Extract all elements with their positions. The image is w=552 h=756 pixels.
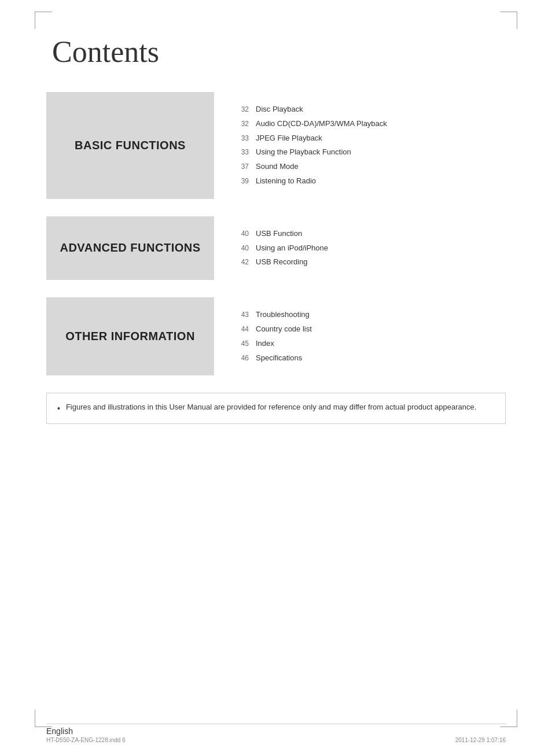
item-text: Index bbox=[256, 338, 274, 350]
list-item: 40 USB Function bbox=[231, 228, 506, 240]
page-num: 37 bbox=[231, 161, 249, 172]
footer-language: English bbox=[46, 727, 126, 736]
border-corner-top-right-vert bbox=[517, 12, 517, 29]
border-corner-top-left-vert bbox=[35, 12, 35, 29]
section-items-other: 43 Troubleshooting 44 Country code list … bbox=[214, 297, 506, 375]
item-text: Troubleshooting bbox=[256, 309, 310, 321]
section-items-basic: 32 Disc Playback 32 Audio CD(CD-DA)/MP3/… bbox=[214, 92, 506, 199]
note-bullet: • bbox=[57, 402, 60, 415]
list-item: 33 Using the Playback Function bbox=[231, 146, 506, 158]
item-text: Audio CD(CD-DA)/MP3/WMA Playback bbox=[256, 118, 387, 130]
section-label-box-other: OTHER INFORMATION bbox=[46, 297, 214, 375]
page-num: 44 bbox=[231, 324, 249, 335]
item-text: Disc Playback bbox=[256, 104, 303, 116]
list-item: 40 Using an iPod/iPhone bbox=[231, 242, 506, 255]
list-item: 33 JPEG File Playback bbox=[231, 132, 506, 145]
border-corner-top-right bbox=[500, 12, 517, 12]
footer-left: English HT-D550-ZA-ENG-1228.indd 6 bbox=[46, 727, 126, 743]
page-num: 45 bbox=[231, 338, 249, 349]
item-text: USB Recording bbox=[256, 256, 308, 268]
border-corner-top-left bbox=[35, 12, 52, 12]
note-text: Figures and illustrations in this User M… bbox=[66, 401, 495, 414]
page-num: 46 bbox=[231, 353, 249, 364]
list-item: 39 Listening to Radio bbox=[231, 175, 506, 187]
list-item: 44 Country code list bbox=[231, 323, 506, 335]
list-item: 45 Index bbox=[231, 338, 506, 350]
toc-section-other-information: OTHER INFORMATION 43 Troubleshooting 44 … bbox=[46, 297, 506, 375]
border-corner-bottom-left-vert bbox=[35, 710, 35, 727]
section-items-advanced: 40 USB Function 40 Using an iPod/iPhone … bbox=[214, 216, 506, 280]
section-label-other: OTHER INFORMATION bbox=[65, 330, 195, 343]
list-item: 43 Troubleshooting bbox=[231, 309, 506, 321]
item-text: Sound Mode bbox=[256, 161, 299, 173]
page-title: Contents bbox=[52, 35, 506, 69]
border-corner-bottom-right-vert bbox=[517, 710, 517, 727]
footer-line bbox=[46, 724, 506, 724]
page-num: 42 bbox=[231, 257, 249, 268]
list-item: 37 Sound Mode bbox=[231, 161, 506, 173]
section-label-basic: BASIC FUNCTIONS bbox=[75, 139, 186, 152]
footer-datetime: 2011-12-29 1:07:16 bbox=[455, 737, 506, 743]
item-text: Using an iPod/iPhone bbox=[256, 242, 328, 255]
item-text: JPEG File Playback bbox=[256, 132, 322, 145]
item-text: USB Function bbox=[256, 228, 302, 240]
section-label-box-basic: BASIC FUNCTIONS bbox=[46, 92, 214, 199]
footer: English HT-D550-ZA-ENG-1228.indd 6 2011-… bbox=[46, 727, 506, 743]
page-num: 32 bbox=[231, 119, 249, 130]
section-label-advanced: ADVANCED FUNCTIONS bbox=[60, 241, 200, 255]
note-box: • Figures and illustrations in this User… bbox=[46, 393, 506, 423]
list-item: 32 Audio CD(CD-DA)/MP3/WMA Playback bbox=[231, 118, 506, 130]
list-item: 32 Disc Playback bbox=[231, 104, 506, 116]
item-text: Listening to Radio bbox=[256, 175, 316, 187]
page: Contents BASIC FUNCTIONS 32 Disc Playbac… bbox=[0, 0, 552, 756]
page-num: 43 bbox=[231, 309, 249, 320]
section-label-box-advanced: ADVANCED FUNCTIONS bbox=[46, 216, 214, 280]
page-num: 39 bbox=[231, 176, 249, 187]
footer-filename: HT-D550-ZA-ENG-1228.indd 6 bbox=[46, 737, 126, 743]
item-text: Using the Playback Function bbox=[256, 146, 351, 158]
page-num: 33 bbox=[231, 147, 249, 158]
toc-section-advanced-functions: ADVANCED FUNCTIONS 40 USB Function 40 Us… bbox=[46, 216, 506, 280]
item-text: Specifications bbox=[256, 352, 302, 364]
toc-container: BASIC FUNCTIONS 32 Disc Playback 32 Audi… bbox=[46, 92, 506, 375]
list-item: 42 USB Recording bbox=[231, 256, 506, 268]
item-text: Country code list bbox=[256, 323, 312, 335]
page-num: 40 bbox=[231, 243, 249, 254]
page-num: 32 bbox=[231, 104, 249, 115]
page-num: 40 bbox=[231, 228, 249, 239]
page-num: 33 bbox=[231, 133, 249, 144]
toc-section-basic-functions: BASIC FUNCTIONS 32 Disc Playback 32 Audi… bbox=[46, 92, 506, 199]
list-item: 46 Specifications bbox=[231, 352, 506, 364]
